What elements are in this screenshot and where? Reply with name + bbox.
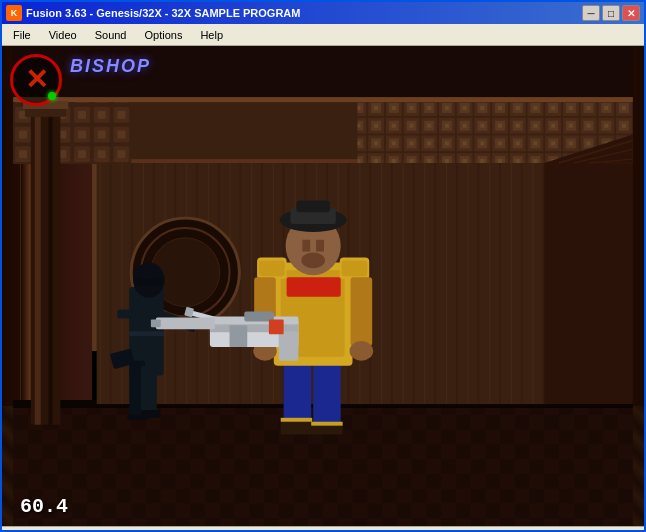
game-characters-svg [2, 46, 644, 526]
svg-rect-80 [230, 325, 248, 347]
menubar: File Video Sound Options Help [2, 24, 644, 46]
app-icon: K [6, 5, 22, 21]
hud-health: ✕ [10, 54, 62, 106]
close-button[interactable]: ✕ [622, 5, 640, 21]
svg-rect-33 [49, 110, 53, 425]
fps-counter: 60.4 [20, 495, 68, 518]
game-scene: ✕ BISHOP 60.4 [2, 46, 644, 526]
svg-rect-54 [281, 418, 312, 422]
menu-video[interactable]: Video [40, 26, 86, 44]
svg-rect-47 [129, 331, 163, 336]
svg-rect-55 [311, 422, 342, 426]
svg-rect-70 [296, 200, 329, 212]
svg-rect-82 [269, 319, 284, 334]
svg-rect-77 [156, 317, 215, 329]
maximize-button[interactable]: □ [602, 5, 620, 21]
svg-rect-64 [351, 277, 373, 346]
svg-rect-38 [141, 366, 157, 415]
svg-marker-26 [544, 135, 633, 405]
svg-rect-58 [287, 277, 341, 297]
minimize-button[interactable]: ─ [582, 5, 600, 21]
svg-rect-32 [35, 110, 41, 425]
svg-rect-71 [302, 240, 310, 252]
menu-options[interactable]: Options [135, 26, 191, 44]
character-name: BISHOP [70, 56, 151, 77]
svg-rect-2 [13, 97, 633, 102]
menu-help[interactable]: Help [191, 26, 232, 44]
svg-point-66 [350, 341, 374, 361]
svg-rect-46 [117, 310, 135, 319]
titlebar: K Fusion 3.63 - Genesis/32X - 32X SAMPLE… [2, 2, 644, 24]
svg-rect-76 [210, 324, 299, 332]
x-icon: ✕ [25, 66, 48, 94]
svg-rect-49 [127, 415, 149, 420]
main-window: K Fusion 3.63 - Genesis/32X - 32X SAMPLE… [0, 0, 646, 532]
game-viewport[interactable]: ✕ BISHOP 60.4 [2, 46, 644, 526]
svg-rect-72 [316, 240, 324, 252]
titlebar-buttons: ─ □ ✕ [582, 5, 640, 21]
health-dot [48, 92, 56, 100]
svg-rect-51 [313, 356, 341, 430]
svg-rect-62 [342, 260, 368, 276]
svg-rect-78 [151, 319, 161, 327]
window-bottom-border [2, 526, 644, 530]
svg-rect-52 [281, 420, 312, 435]
menu-sound[interactable]: Sound [86, 26, 136, 44]
titlebar-left: K Fusion 3.63 - Genesis/32X - 32X SAMPLE… [6, 5, 300, 21]
svg-rect-79 [279, 331, 299, 361]
svg-rect-61 [259, 260, 285, 276]
menu-file[interactable]: File [4, 26, 40, 44]
window-title: Fusion 3.63 - Genesis/32X - 32X SAMPLE P… [26, 7, 300, 19]
svg-point-73 [301, 253, 325, 269]
svg-rect-42 [137, 275, 159, 279]
